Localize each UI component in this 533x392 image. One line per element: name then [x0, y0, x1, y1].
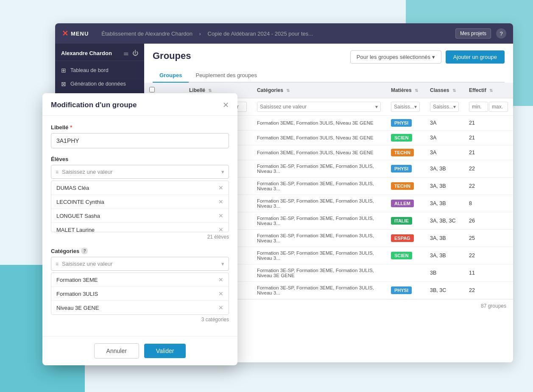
categories-form-group: Catégories ? ≡ Saisissez une valeur ▾ Fo…	[51, 247, 229, 322]
valider-button[interactable]: Valider	[144, 344, 186, 358]
chevron-down-icon: ▾	[221, 261, 224, 267]
row-classes: 3A, 3B	[425, 247, 464, 264]
modal-close-button[interactable]: ✕	[223, 101, 229, 109]
row-categories: Formation 3E-SP, Formation 3EME, Formati…	[252, 178, 386, 195]
filter-effectif-max[interactable]	[489, 102, 508, 112]
mes-projets-button[interactable]: Mes projets	[455, 28, 491, 39]
list-item: Formation 3EME ✕	[51, 273, 229, 287]
remove-eleve-2[interactable]: ✕	[218, 212, 223, 219]
sidebar-user: Alexandre Chardon ⚌ ⏻	[55, 44, 144, 61]
settings-icon[interactable]: ⚌	[123, 50, 129, 56]
sort-icon: ⇅	[489, 88, 493, 93]
modal-body: Libellé * Élèves ≡ Saisissez une valeur …	[42, 116, 237, 336]
matiere-badge: ESPAG	[391, 234, 414, 242]
remove-eleve-3[interactable]: ✕	[218, 226, 223, 232]
row-categories: Formation 3E-SP, Formation 3EME, Formati…	[252, 160, 386, 178]
row-categories: Formation 3E-SP, Formation 3EME, Formati…	[252, 195, 386, 212]
add-group-button[interactable]: Ajouter un groupe	[446, 50, 505, 64]
eleves-form-group: Élèves ≡ Saisissez une valeur ▾ DUMAS Cl…	[51, 156, 229, 240]
list-item: Niveau 3E GENE ✕	[51, 301, 229, 314]
filter-classes-dropdown[interactable]: Saisiss... ▾	[430, 102, 459, 112]
remove-eleve-0[interactable]: ✕	[218, 184, 223, 191]
filter-effectif-min[interactable]	[469, 102, 488, 112]
row-categories: Formation 3E-SP, Formation 3EME, Formati…	[252, 230, 386, 247]
row-classes: 3B	[425, 264, 464, 282]
hamburger-icon: ≡	[56, 261, 59, 267]
libelle-input[interactable]	[51, 133, 229, 148]
categories-count: 3 catégories	[51, 317, 229, 322]
remove-category-0[interactable]: ✕	[218, 276, 223, 283]
th-matieres[interactable]: Matières ⇅	[386, 83, 425, 98]
menu-button[interactable]: ✕ MENU	[62, 29, 89, 38]
sort-icon: ⇅	[286, 88, 290, 93]
row-matiere: TECHN	[386, 145, 425, 160]
filter-matieres-dropdown[interactable]: Saisiss... ▾	[391, 102, 420, 112]
remove-category-2[interactable]: ✕	[218, 304, 223, 311]
matiere-badge: SCIEN	[391, 252, 412, 259]
help-button[interactable]: ?	[496, 28, 506, 39]
row-categories: Formation 3EME, Formation 3ULIS, Niveau …	[252, 131, 386, 145]
row-effectif: 8	[464, 195, 513, 212]
th-classes[interactable]: Classes ⇅	[425, 83, 464, 98]
row-categories: Formation 3E-SP, Formation 3EME, Formati…	[252, 212, 386, 230]
sidebar-item-generation-de-donnees[interactable]: ⊠ Génération de données	[55, 77, 144, 91]
eleves-count: 21 élèves	[51, 234, 229, 240]
remove-eleve-1[interactable]: ✕	[218, 198, 223, 205]
breadcrumb-separator: ›	[199, 31, 203, 37]
row-matiere: PHYSI	[386, 160, 425, 178]
sidebar-username: Alexandre Chardon	[61, 50, 112, 56]
th-effectif[interactable]: Effectif ⇅	[464, 83, 513, 98]
menu-label: MENU	[71, 31, 89, 37]
row-classes: 3A	[425, 131, 464, 145]
row-classes: 3A, 3B	[425, 160, 464, 178]
remove-category-1[interactable]: ✕	[218, 290, 223, 297]
row-effectif: 22	[464, 178, 513, 195]
categories-dropdown[interactable]: ≡ Saisissez une valeur ▾	[51, 257, 229, 271]
row-effectif: 22	[464, 282, 513, 299]
row-effectif: 21	[464, 145, 513, 160]
tab-peuplement[interactable]: Peuplement des groupes	[189, 69, 264, 83]
row-effectif: 22	[464, 247, 513, 264]
breadcrumb-part2: Copie de Aldébaran 2024 - 2025 pour tes.…	[208, 31, 313, 37]
page-header-actions: Pour les groupes sélectionnés ▾ Ajouter …	[350, 50, 505, 64]
matiere-badge: SCIEN	[391, 134, 412, 142]
row-categories: Formation 3E-SP, Formation 3EME, Formati…	[252, 264, 386, 282]
modal-header: Modification d'un groupe ✕	[42, 93, 237, 116]
power-icon[interactable]: ⏻	[132, 50, 138, 56]
row-effectif: 26	[464, 212, 513, 230]
required-star: *	[70, 124, 72, 131]
matiere-badge: ITALIE	[391, 217, 412, 225]
filter-categories-dropdown[interactable]: Saisissez une valeur ▾	[257, 102, 381, 112]
categories-help-icon[interactable]: ?	[81, 247, 88, 254]
categories-label: Catégories ?	[51, 247, 229, 254]
modification-modal: Modification d'un groupe ✕ Libellé * Élè…	[42, 93, 237, 365]
hamburger-icon: ≡	[56, 169, 59, 175]
row-matiere: TECHN	[386, 178, 425, 195]
row-effectif: 21	[464, 116, 513, 131]
row-categories: Formation 3E-SP, Formation 3EME, Formati…	[252, 247, 386, 264]
groups-selector-button[interactable]: Pour les groupes sélectionnés ▾	[350, 50, 441, 64]
tab-groupes[interactable]: Groupes	[153, 69, 189, 83]
filter-categories-cell: Saisissez une valeur ▾	[252, 98, 386, 116]
close-icon: ✕	[62, 29, 68, 38]
filter-classes-cell: Saisiss... ▾	[425, 98, 464, 116]
select-all-checkbox[interactable]	[149, 87, 155, 92]
list-item: DUMAS Cléa ✕	[51, 181, 229, 195]
eleves-dropdown[interactable]: ≡ Saisissez une valeur ▾	[51, 165, 229, 179]
row-matiere: SCIEN	[386, 247, 425, 264]
sort-icon: ⇅	[415, 88, 418, 93]
sidebar-item-label: Tableau de bord	[70, 67, 109, 73]
row-classes: 3B, 3C	[425, 282, 464, 299]
row-classes: 3A, 3B	[425, 178, 464, 195]
row-effectif: 21	[464, 131, 513, 145]
breadcrumb-part1: Établissement de Alexandre Chardon	[101, 31, 193, 37]
modal-footer: Annuler Valider	[42, 336, 237, 365]
sidebar-item-tableau-de-bord[interactable]: ⊞ Tableau de bord	[55, 64, 144, 77]
matiere-badge: PHYSI	[391, 286, 412, 294]
annuler-button[interactable]: Annuler	[94, 343, 139, 359]
categories-tag-list: Formation 3EME ✕ Formation 3ULIS ✕ Nivea…	[51, 272, 229, 315]
matiere-badge: PHYSI	[391, 165, 412, 172]
row-classes: 3A	[425, 145, 464, 160]
list-item: Formation 3ULIS ✕	[51, 287, 229, 301]
th-categories[interactable]: Catégories ⇅	[252, 83, 386, 98]
